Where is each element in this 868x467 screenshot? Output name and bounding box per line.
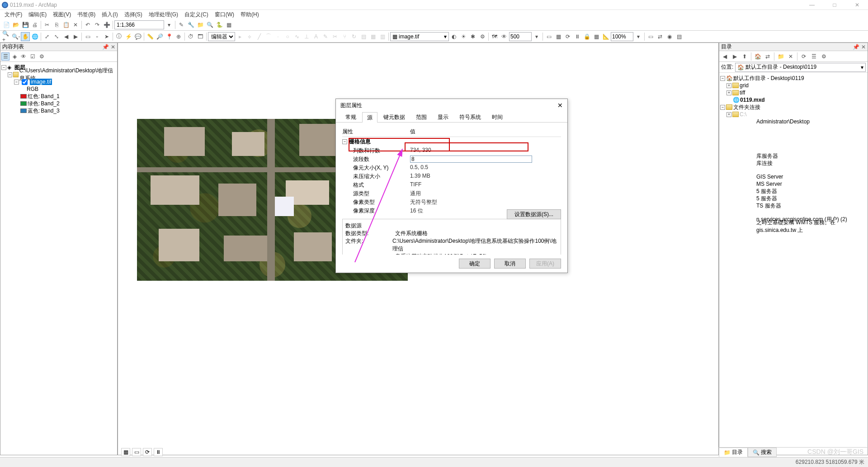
- zoom-in-icon[interactable]: 🔍+: [2, 32, 11, 41]
- list-by-source-icon[interactable]: ◈: [10, 52, 19, 61]
- focus-icon[interactable]: ◉: [665, 32, 674, 41]
- rotate-icon[interactable]: ↻: [349, 32, 359, 41]
- clear-selection-icon[interactable]: ▫: [93, 32, 102, 41]
- hyperlink-icon[interactable]: ⚡: [124, 32, 133, 41]
- refresh-icon[interactable]: ⟳: [563, 32, 572, 41]
- prop-row[interactable]: 格式TIFF: [342, 181, 561, 189]
- scale-input[interactable]: [114, 20, 164, 29]
- search-value[interactable]: [509, 32, 532, 41]
- cancel-button[interactable]: 取消: [494, 259, 526, 269]
- open-icon[interactable]: 📂: [11, 20, 20, 29]
- identify-icon[interactable]: ⓘ: [114, 32, 123, 41]
- cat-item[interactable]: 库服务器: [720, 152, 867, 160]
- dropdown-icon[interactable]: ▾: [165, 20, 174, 29]
- refresh-icon[interactable]: ⟳: [799, 52, 808, 61]
- paste-icon[interactable]: 📋: [61, 20, 71, 29]
- right-angle-icon[interactable]: ⊥: [302, 32, 311, 41]
- expander-icon[interactable]: −: [342, 139, 347, 144]
- zoom-out-icon[interactable]: 🔍-: [11, 32, 20, 41]
- split-icon[interactable]: ⑂: [340, 32, 349, 41]
- prop-row[interactable]: 源类型通用: [342, 189, 561, 198]
- new-icon[interactable]: 📄: [2, 20, 11, 29]
- home-icon[interactable]: 🏠: [753, 52, 762, 61]
- edit-annotation-icon[interactable]: A: [311, 32, 321, 41]
- cat-item[interactable]: 库连接: [720, 160, 867, 167]
- expander-icon[interactable]: −: [8, 72, 12, 77]
- up-icon[interactable]: ⬆: [740, 52, 749, 61]
- dropdown-icon[interactable]: ▾: [532, 32, 541, 41]
- find-route-icon[interactable]: 📍: [165, 32, 174, 41]
- editor-dropdown[interactable]: 编辑器(R): [208, 32, 235, 41]
- tab-display[interactable]: 显示: [433, 112, 453, 122]
- change-layout-icon[interactable]: ▤: [675, 32, 684, 41]
- zoom-percent[interactable]: [611, 32, 633, 41]
- layout-view-tab[interactable]: ▭: [132, 448, 141, 456]
- tree-band[interactable]: 绿色: Band_2: [1, 100, 116, 107]
- delete-icon[interactable]: ✕: [71, 20, 80, 29]
- straight-segment-icon[interactable]: ╱: [255, 32, 264, 41]
- minimize-button[interactable]: —: [803, 2, 821, 8]
- disconnect-icon[interactable]: ✕: [786, 52, 795, 61]
- trace-icon[interactable]: ∿: [292, 32, 302, 41]
- back-icon[interactable]: ◀: [61, 32, 71, 41]
- edit-vertices-icon[interactable]: ⟡: [245, 32, 254, 41]
- tab-general[interactable]: 常规: [340, 112, 361, 122]
- cat-item[interactable]: MS Server: [720, 180, 867, 188]
- tab-source[interactable]: 源: [362, 112, 377, 123]
- full-extent-icon[interactable]: 🌐: [30, 32, 39, 41]
- options-icon[interactable]: ⚙: [38, 52, 46, 61]
- pause-drawing-icon[interactable]: ⏸: [154, 448, 163, 456]
- menu-geoprocess[interactable]: 地理处理(G): [146, 10, 181, 19]
- cat-item[interactable]: TS 服务器: [720, 202, 867, 209]
- refresh-view-icon[interactable]: ⟳: [143, 448, 152, 456]
- toggle-icon[interactable]: ⇄: [656, 32, 665, 41]
- effects-icon[interactable]: ◐: [449, 32, 458, 41]
- data-view-tab[interactable]: ▦: [121, 448, 130, 456]
- grid-icon[interactable]: ▦: [592, 32, 601, 41]
- edit-tool-icon[interactable]: ▸: [236, 32, 245, 41]
- reshape-icon[interactable]: ✎: [321, 32, 330, 41]
- tab-time[interactable]: 时间: [487, 112, 508, 122]
- end-point-icon[interactable]: ○: [283, 32, 292, 41]
- menu-customize[interactable]: 自定义(C): [182, 10, 211, 19]
- tree-view-icon[interactable]: ☰: [809, 52, 818, 61]
- dropdown-icon[interactable]: ▾: [634, 32, 643, 41]
- data-frame-icon[interactable]: ▭: [646, 32, 655, 41]
- expander-icon[interactable]: −: [14, 80, 19, 85]
- menu-help[interactable]: 帮助(H): [238, 10, 262, 19]
- time-slider-icon[interactable]: ⏱: [186, 32, 195, 41]
- tree-group[interactable]: − C:\Users\Administrator\Desktop\地理信息系统…: [1, 71, 116, 78]
- cat-item[interactable]: 之時空基礎架構 WMTS 服務。在 gis.sinica.edu.tw 上: [720, 223, 867, 230]
- cat-item[interactable]: 🌐 0119.mxd: [720, 96, 867, 104]
- forward-icon[interactable]: ▶: [71, 32, 80, 41]
- connect-folder-icon[interactable]: 📁: [776, 52, 785, 61]
- create-viewer-icon[interactable]: 🗔: [196, 32, 205, 41]
- toggle-icon[interactable]: ⇄: [763, 52, 772, 61]
- cat-item[interactable]: Administrator\Desktop: [720, 118, 867, 125]
- maximize-button[interactable]: □: [826, 2, 844, 8]
- prop-row[interactable]: 未压缩大小1.39 MB: [342, 172, 561, 181]
- list-by-selection-icon[interactable]: ☑: [28, 52, 37, 61]
- back-icon[interactable]: ◀: [720, 52, 729, 61]
- expander-icon[interactable]: −: [1, 65, 6, 70]
- undo-icon[interactable]: ↶: [83, 20, 92, 29]
- model-icon[interactable]: ▦: [224, 20, 233, 29]
- print-icon[interactable]: 🖨: [30, 20, 39, 29]
- pause-icon[interactable]: ⏸: [573, 32, 582, 41]
- add-data-icon[interactable]: ➕: [102, 20, 111, 29]
- viewer-icon[interactable]: 👁: [500, 32, 509, 41]
- fixed-zoom-in-icon[interactable]: ⤢: [42, 32, 52, 41]
- flicker-icon[interactable]: ✱: [468, 32, 477, 41]
- menu-file[interactable]: 文件(F): [2, 10, 25, 19]
- cat-item[interactable]: 5 服务器: [720, 195, 867, 202]
- close-button[interactable]: ✕: [848, 2, 866, 8]
- menu-view[interactable]: 视图(V): [50, 10, 74, 19]
- catalog-window-icon[interactable]: 📁: [196, 20, 205, 29]
- cat-item[interactable]: GIS Server: [720, 173, 867, 180]
- menu-bookmark[interactable]: 书签(B): [75, 10, 98, 19]
- cat-item[interactable]: + tiff: [720, 89, 867, 96]
- tab-keymeta[interactable]: 键元数据: [378, 112, 410, 122]
- tab-extent[interactable]: 范围: [411, 112, 432, 122]
- ruler-icon[interactable]: 📐: [601, 32, 610, 41]
- cut-poly-icon[interactable]: ✂: [330, 32, 340, 41]
